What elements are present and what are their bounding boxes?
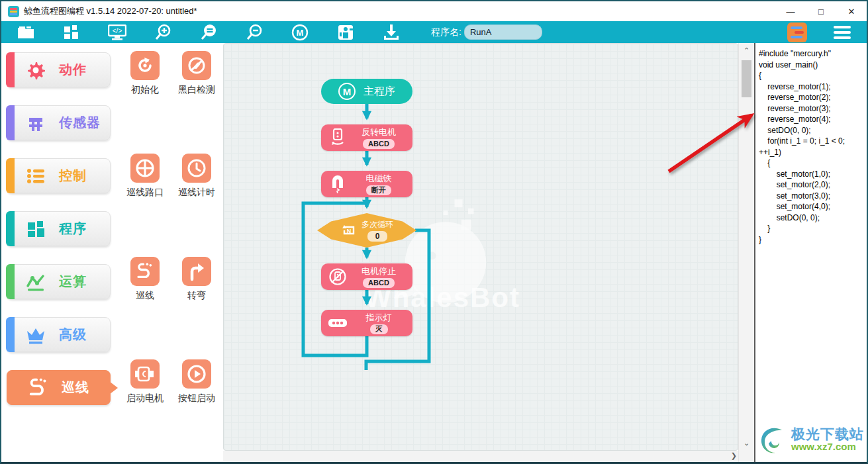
download-icon[interactable] bbox=[376, 21, 407, 43]
turn-icon bbox=[182, 257, 211, 286]
magnet-icon bbox=[326, 175, 349, 193]
new-file-icon[interactable] bbox=[11, 21, 41, 43]
blocks-icon bbox=[24, 218, 47, 240]
generated-code: #include "mercury.h" void user_main() { … bbox=[759, 48, 865, 245]
block-palette: 初始化 黑白检测 巡线路口 bbox=[119, 43, 223, 462]
sidebar-item-label: 控制 bbox=[59, 167, 87, 185]
stripe bbox=[6, 211, 15, 246]
menu-icon[interactable] bbox=[834, 26, 851, 39]
palette-item-button-start[interactable]: 按钮启动 bbox=[171, 359, 222, 453]
start-motor-icon bbox=[130, 359, 160, 389]
scroll-down-icon[interactable]: ⌄ bbox=[739, 439, 754, 447]
bw-detect-icon bbox=[182, 51, 211, 80]
sidebar-item-line-follow[interactable]: 巡线 bbox=[7, 370, 111, 405]
svg-text:N: N bbox=[347, 228, 352, 234]
flow-node-electromagnet[interactable]: 电磁铁 断开 bbox=[321, 171, 412, 197]
list-icon bbox=[24, 165, 47, 187]
sidebar-item-program[interactable]: 程序 bbox=[7, 211, 111, 246]
blocks-icon[interactable] bbox=[56, 21, 87, 43]
crossing-icon bbox=[130, 154, 160, 183]
palette-item-label: 巡线 bbox=[136, 290, 154, 302]
palette-item-bw-detect[interactable]: 黑白检测 bbox=[171, 51, 222, 144]
node-badge[interactable]: 灭 bbox=[370, 324, 388, 334]
scroll-up-icon[interactable]: ⌃ bbox=[739, 46, 754, 55]
stripe bbox=[6, 317, 15, 352]
app-window: 鲸鱼流程图编程 v1.5.14 2022-07-20: untitled* — … bbox=[0, 0, 868, 464]
flow-node-loop[interactable]: N 多次循环 0 bbox=[317, 213, 416, 248]
sidebar-item-action[interactable]: 动作 bbox=[7, 52, 111, 87]
node-label: 多次循环 bbox=[362, 219, 393, 230]
chart-icon bbox=[24, 271, 47, 293]
palette-item-label: 黑白检测 bbox=[178, 84, 215, 96]
palette-item-label: 按钮启动 bbox=[178, 393, 215, 404]
reverse-motor-icon bbox=[326, 128, 349, 147]
flow-node-reverse-motor[interactable]: 反转电机 ABCD bbox=[321, 124, 412, 151]
window-title: 鲸鱼流程图编程 v1.5.14 2022-07-20: untitled* bbox=[24, 5, 197, 17]
node-badge[interactable]: ABCD bbox=[363, 139, 395, 149]
flow-node-motor-stop[interactable]: 电机停止 ABCD bbox=[321, 263, 412, 290]
sidebar-item-control[interactable]: 控制 bbox=[7, 158, 111, 193]
flow-node-main-program[interactable]: M 主程序 bbox=[321, 79, 412, 104]
sidebar-item-operation[interactable]: 运算 bbox=[7, 264, 111, 299]
app-logo-icon bbox=[8, 6, 19, 17]
sidebar-item-sensor[interactable]: 传感器 bbox=[7, 105, 111, 140]
maximize-button[interactable]: □ bbox=[806, 1, 836, 21]
node-badge[interactable]: 0 bbox=[367, 231, 388, 242]
zoom-reset-icon[interactable] bbox=[193, 21, 224, 43]
line-follow-icon bbox=[27, 377, 50, 399]
code-monitor-icon[interactable]: </> bbox=[102, 21, 132, 43]
crown-icon bbox=[24, 324, 47, 346]
code-view-toggle-icon[interactable] bbox=[787, 23, 807, 42]
scrollbar-thumb[interactable] bbox=[742, 60, 751, 97]
flow-node-indicator-light[interactable]: 指示灯 灭 bbox=[321, 310, 412, 336]
button-start-icon bbox=[182, 359, 211, 389]
line-follow-icon bbox=[130, 257, 160, 286]
left-panel: 动作 传感器 控制 bbox=[1, 43, 223, 462]
node-badge[interactable]: 断开 bbox=[366, 185, 391, 195]
stripe bbox=[6, 52, 15, 87]
palette-item-crossing[interactable]: 巡线路口 bbox=[119, 154, 171, 247]
sidebar-item-label: 运算 bbox=[59, 273, 87, 291]
palette-item-label: 巡线路口 bbox=[126, 187, 164, 199]
stripe bbox=[6, 158, 15, 193]
sidebar-item-label: 动作 bbox=[59, 61, 87, 79]
palette-item-start-motor[interactable]: 启动电机 bbox=[119, 359, 171, 453]
close-button[interactable]: ✕ bbox=[836, 1, 867, 21]
zoom-in-icon[interactable] bbox=[148, 21, 178, 43]
node-label: 电磁铁 bbox=[366, 173, 392, 185]
xz7-logo-icon bbox=[759, 424, 789, 455]
palette-item-init[interactable]: 初始化 bbox=[119, 51, 171, 144]
motor-stop-icon bbox=[326, 267, 349, 286]
sensor-icon bbox=[24, 112, 47, 134]
indicator-light-icon bbox=[326, 317, 349, 329]
node-badge[interactable]: ABCD bbox=[363, 278, 395, 288]
main-program-icon[interactable]: M bbox=[285, 21, 315, 43]
svg-text:M: M bbox=[297, 28, 304, 38]
sidebar-item-label: 传感器 bbox=[59, 114, 101, 132]
minimize-button[interactable]: — bbox=[775, 1, 806, 21]
toolbar: </> M 程序名: bbox=[1, 21, 867, 43]
palette-item-line-timer[interactable]: 巡线计时 bbox=[171, 154, 222, 247]
palette-item-turn[interactable]: 转弯 bbox=[171, 257, 222, 350]
vertical-scrollbar[interactable]: ⌃ ⌄ bbox=[738, 43, 754, 462]
zoom-out-icon[interactable] bbox=[239, 21, 269, 43]
sidebar-item-label: 巡线 bbox=[62, 379, 89, 396]
palette-item-label: 初始化 bbox=[131, 84, 159, 96]
site-url: www.xz7.com bbox=[791, 441, 864, 452]
palette-item-label: 启动电机 bbox=[126, 393, 164, 404]
horizontal-scrollbar[interactable]: ❯ bbox=[223, 451, 738, 462]
palette-item-label: 转弯 bbox=[187, 290, 206, 302]
node-label: 主程序 bbox=[363, 85, 395, 99]
stripe bbox=[6, 105, 15, 140]
palette-item-line-follow[interactable]: 巡线 bbox=[119, 257, 171, 350]
category-sidebar: 动作 传感器 控制 bbox=[1, 43, 119, 462]
robot-icon[interactable] bbox=[330, 21, 361, 43]
scroll-right-icon[interactable]: ❯ bbox=[731, 451, 737, 460]
program-name-input[interactable] bbox=[464, 24, 542, 40]
gear-icon bbox=[24, 59, 47, 81]
svg-text:</>: </> bbox=[113, 27, 122, 34]
sidebar-item-advanced[interactable]: 高级 bbox=[7, 317, 111, 352]
loop-icon: N bbox=[340, 222, 358, 239]
flowchart-canvas[interactable]: WhalesBot bbox=[223, 43, 738, 451]
palette-item-label: 巡线计时 bbox=[178, 187, 215, 199]
